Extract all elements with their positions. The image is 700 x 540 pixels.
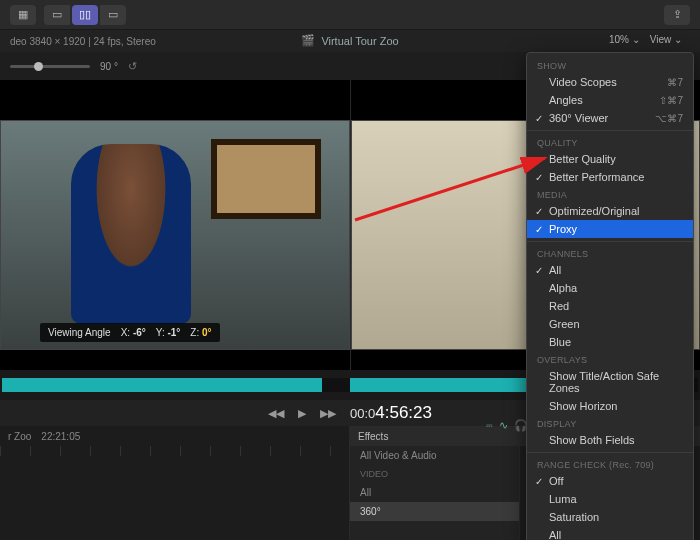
next-button[interactable]: ▶▶ (320, 407, 336, 420)
menu-section: CHANNELS (527, 245, 693, 261)
project-title: 🎬 Virtual Tour Zoo (301, 34, 398, 47)
menu-item-luma[interactable]: Luma (527, 490, 693, 508)
effects-category-selected[interactable]: 360° (350, 502, 519, 521)
view-mode-2[interactable]: ▯▯ (72, 5, 98, 25)
menu-section: RANGE CHECK (Rec. 709) (527, 456, 693, 472)
menu-item-video-scopes[interactable]: Video Scopes⌘7 (527, 73, 693, 91)
menu-item-range-off[interactable]: Off (527, 472, 693, 490)
viewer-left[interactable]: Viewing Angle X: -6° Y: -1° Z: 0° (0, 80, 350, 370)
reset-icon[interactable]: ↺ (128, 60, 137, 73)
menu-section: DISPLAY (527, 415, 693, 431)
angle-slider[interactable] (10, 65, 90, 68)
share-icon: ⇪ (673, 8, 682, 21)
prev-button[interactable]: ◀◀ (268, 407, 284, 420)
menu-section: SHOW (527, 57, 693, 73)
left-frame (0, 120, 350, 350)
view-mode-3[interactable]: ▭ (100, 5, 126, 25)
menu-item-safe-zones[interactable]: Show Title/Action Safe Zones (527, 367, 693, 397)
menu-item-channels-all[interactable]: All (527, 261, 693, 279)
menu-item-range-all[interactable]: All (527, 526, 693, 540)
zoom-level[interactable]: 10% ⌄ (609, 34, 640, 45)
effects-section-label: VIDEO (350, 465, 519, 483)
menu-item-better-quality[interactable]: Better Quality (527, 150, 693, 168)
audio-skim-icon[interactable]: ∿ (499, 419, 508, 432)
menu-section: QUALITY (527, 134, 693, 150)
menu-item-blue[interactable]: Blue (527, 333, 693, 351)
timeline-panel[interactable]: r Zoo 22:21:05 (0, 426, 350, 540)
menu-item-horizon[interactable]: Show Horizon (527, 397, 693, 415)
play-button[interactable]: ▶ (298, 407, 306, 420)
menu-item-proxy[interactable]: Proxy (527, 220, 693, 238)
menu-item-red[interactable]: Red (527, 297, 693, 315)
menu-section: OVERLAYS (527, 351, 693, 367)
view-mode-1[interactable]: ▭ (44, 5, 70, 25)
menu-item-saturation[interactable]: Saturation (527, 508, 693, 526)
timeline-tc: 22:21:05 (41, 431, 80, 442)
menu-item-optimized[interactable]: Optimized/Original (527, 202, 693, 220)
menu-item-360-viewer[interactable]: 360° Viewer⌥⌘7 (527, 109, 693, 127)
cinema-icon: 🎬 (301, 34, 315, 47)
chevron-down-icon: ⌄ (674, 34, 682, 45)
top-toolbar: ▦ ▭ ▯▯ ▭ ⇪ (0, 0, 700, 30)
chevron-down-icon: ⌄ (632, 34, 640, 45)
timecode: 00:04:56:23 (350, 403, 432, 423)
menu-item-alpha[interactable]: Alpha (527, 279, 693, 297)
viewing-angle-overlay: Viewing Angle X: -6° Y: -1° Z: 0° (40, 323, 220, 342)
view-menu-button[interactable]: View ⌄ (650, 34, 682, 45)
share-button[interactable]: ⇪ (664, 5, 690, 25)
timeline-ruler[interactable] (0, 446, 349, 456)
menu-item-angles[interactable]: Angles⇧⌘7 (527, 91, 693, 109)
effects-category[interactable]: All (350, 483, 519, 502)
skimming-icon[interactable]: ⎓ (486, 419, 493, 432)
angle-value: 90 ° (100, 61, 118, 72)
menu-item-better-performance[interactable]: Better Performance (527, 168, 693, 186)
menu-item-both-fields[interactable]: Show Both Fields (527, 431, 693, 449)
grid-icon: ▦ (18, 8, 28, 21)
menu-section: MEDIA (527, 186, 693, 202)
clip-specs: deo 3840 × 1920 | 24 fps, Stereo (10, 36, 156, 47)
effects-sidebar: Effects All Video & Audio VIDEO All 360° (350, 426, 520, 540)
effects-category[interactable]: All Video & Audio (350, 446, 519, 465)
menu-item-green[interactable]: Green (527, 315, 693, 333)
view-mode-group: ▭ ▯▯ ▭ (44, 5, 126, 25)
timeline-name: r Zoo (8, 431, 31, 442)
layout-button-a[interactable]: ▦ (10, 5, 36, 25)
view-menu: SHOW Video Scopes⌘7 Angles⇧⌘7 360° Viewe… (526, 52, 694, 540)
